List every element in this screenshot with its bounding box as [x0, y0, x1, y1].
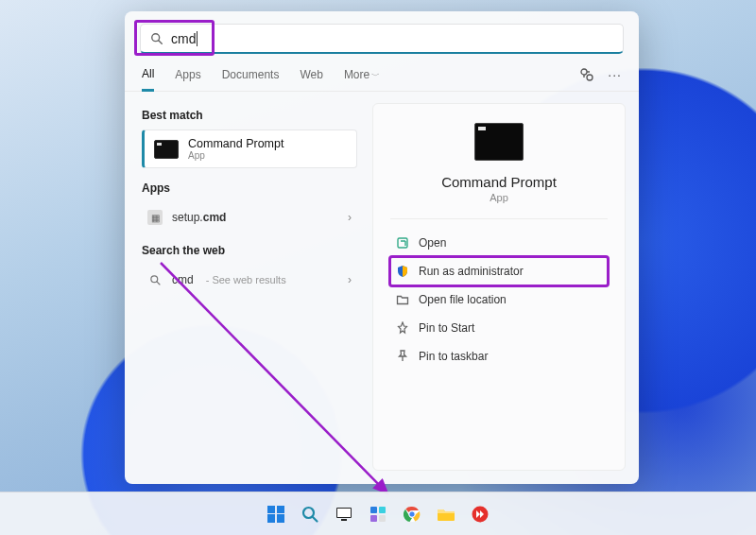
- taskbar-start-button[interactable]: [263, 501, 289, 527]
- divider: [390, 218, 608, 219]
- apps-item-title: setup.cmd: [172, 211, 226, 224]
- account-icon[interactable]: [579, 67, 594, 82]
- svg-rect-16: [379, 515, 386, 522]
- tab-documents[interactable]: Documents: [222, 68, 280, 90]
- chevron-right-icon: ›: [348, 211, 352, 224]
- tab-apps[interactable]: Apps: [175, 68, 200, 90]
- widgets-icon: [369, 506, 387, 523]
- apps-item-setup-cmd[interactable]: ▦ setup.cmd ›: [142, 202, 357, 233]
- chevron-down-icon: ﹀: [371, 71, 380, 80]
- svg-point-2: [581, 69, 587, 75]
- text-caret: [197, 31, 198, 46]
- search-input[interactable]: cmd: [140, 24, 624, 54]
- chrome-icon: [404, 506, 421, 523]
- svg-rect-11: [337, 509, 351, 517]
- apps-heading: Apps: [142, 181, 357, 195]
- svg-point-4: [150, 275, 157, 282]
- start-search-panel: cmd All Apps Documents Web More﹀ ··· Bes…: [125, 11, 639, 484]
- action-pin-to-taskbar[interactable]: Pin to taskbar: [390, 342, 608, 371]
- folder-icon: [437, 506, 455, 523]
- taskbar-task-view-button[interactable]: [331, 501, 357, 527]
- svg-line-1: [159, 40, 163, 43]
- search-icon: [150, 32, 163, 45]
- svg-rect-15: [370, 515, 377, 522]
- best-match-subtitle: App: [188, 150, 284, 161]
- details-title: Command Prompt: [441, 174, 557, 190]
- command-prompt-icon: [154, 140, 179, 159]
- shield-icon: [396, 265, 409, 278]
- web-item-hint: - See web results: [206, 274, 286, 285]
- pin-icon: [396, 350, 409, 363]
- command-prompt-large-icon: [474, 123, 524, 161]
- web-item-cmd[interactable]: cmd - See web results ›: [142, 265, 357, 295]
- results-left-column: Best match Command Prompt App Apps ▦ set…: [125, 92, 367, 484]
- svg-rect-13: [370, 507, 377, 513]
- task-view-icon: [335, 506, 352, 523]
- overflow-icon[interactable]: ···: [608, 67, 622, 82]
- best-match-title: Command Prompt: [188, 137, 284, 150]
- details-pane: Command Prompt App Open Run as administr…: [372, 103, 626, 471]
- best-match-item-command-prompt[interactable]: Command Prompt App: [142, 129, 357, 168]
- filter-tabs: All Apps Documents Web More﹀ ···: [125, 61, 639, 92]
- svg-rect-14: [379, 507, 386, 513]
- action-open-file-location[interactable]: Open file location: [390, 285, 608, 314]
- taskbar-explorer-button[interactable]: [433, 501, 459, 527]
- open-icon: [396, 236, 409, 250]
- pin-icon: [396, 321, 409, 335]
- tab-web[interactable]: Web: [300, 68, 322, 90]
- svg-line-5: [157, 282, 160, 285]
- best-match-heading: Best match: [142, 109, 357, 122]
- action-pin-to-start[interactable]: Pin to Start: [390, 314, 608, 342]
- svg-point-3: [587, 75, 593, 80]
- taskbar: [0, 492, 756, 535]
- cmd-file-icon: ▦: [147, 210, 163, 225]
- anydesk-icon: [472, 506, 489, 523]
- taskbar-anydesk-button[interactable]: [467, 501, 493, 527]
- taskbar-widgets-button[interactable]: [365, 501, 391, 527]
- search-value: cmd: [171, 31, 196, 46]
- details-actions: Open Run as administrator Open file loca…: [390, 229, 608, 371]
- taskbar-search-button[interactable]: [297, 501, 323, 527]
- svg-rect-12: [341, 519, 347, 521]
- tab-all[interactable]: All: [142, 67, 154, 92]
- taskbar-chrome-button[interactable]: [399, 501, 425, 527]
- details-subtitle: App: [490, 192, 508, 203]
- search-icon: [147, 272, 163, 287]
- search-icon: [301, 505, 319, 524]
- search-row: cmd: [125, 11, 639, 61]
- folder-icon: [396, 293, 409, 306]
- tab-more[interactable]: More﹀: [344, 68, 380, 91]
- web-item-query: cmd: [172, 273, 194, 286]
- svg-line-9: [313, 517, 318, 522]
- action-open[interactable]: Open: [390, 229, 608, 257]
- chevron-right-icon: ›: [348, 273, 352, 286]
- action-run-as-administrator[interactable]: Run as administrator: [390, 257, 608, 285]
- search-web-heading: Search the web: [142, 244, 357, 257]
- windows-logo-icon: [267, 506, 284, 523]
